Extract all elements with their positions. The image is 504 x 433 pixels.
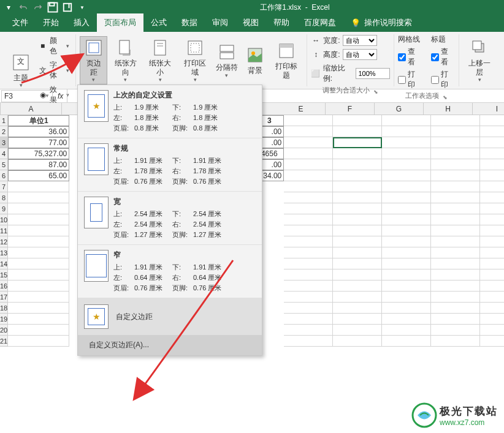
- cell[interactable]: [382, 325, 431, 336]
- cell[interactable]: [431, 281, 480, 292]
- margins-option-narrow[interactable]: 窄 上:1.91 厘米 下:1.91 厘米 左:0.64 厘米 右:0.64 厘…: [78, 245, 262, 298]
- row-header[interactable]: 7: [0, 181, 7, 192]
- cell[interactable]: [431, 314, 480, 325]
- cell[interactable]: [333, 115, 382, 126]
- cell[interactable]: [284, 148, 333, 159]
- cell[interactable]: [382, 214, 431, 225]
- cell[interactable]: [333, 269, 382, 281]
- cell[interactable]: [284, 214, 333, 225]
- row-header[interactable]: 11: [0, 225, 7, 236]
- cell[interactable]: [284, 225, 333, 236]
- tab-view[interactable]: 视图: [235, 13, 266, 32]
- cell[interactable]: [382, 126, 431, 137]
- cell[interactable]: [284, 181, 333, 192]
- cell[interactable]: [480, 170, 504, 181]
- margins-custom-link[interactable]: 自定义页边距(A)...: [78, 335, 262, 355]
- cell[interactable]: [333, 247, 382, 258]
- cell[interactable]: 单位1: [8, 115, 69, 126]
- scale-input[interactable]: [356, 68, 390, 79]
- cell[interactable]: [431, 115, 480, 126]
- cell[interactable]: [333, 126, 382, 137]
- gridlines-print-checkbox[interactable]: 打印: [398, 69, 422, 90]
- cell[interactable]: [284, 203, 333, 214]
- cell[interactable]: [333, 137, 382, 148]
- cell[interactable]: [382, 225, 431, 236]
- cell[interactable]: 75,327.00: [8, 148, 69, 159]
- tab-insert[interactable]: 插入: [66, 13, 97, 32]
- headings-print-checkbox[interactable]: 打印: [431, 69, 455, 90]
- cell[interactable]: [284, 170, 333, 181]
- row-header[interactable]: 17: [0, 292, 7, 303]
- cell[interactable]: [431, 148, 480, 159]
- colors-button[interactable]: ■ 颜色▾: [36, 34, 72, 58]
- cell[interactable]: [8, 247, 69, 258]
- cell[interactable]: [8, 236, 69, 247]
- tab-home[interactable]: 开始: [36, 13, 66, 32]
- cell[interactable]: [480, 159, 504, 170]
- cell[interactable]: [284, 115, 333, 126]
- row-header[interactable]: 6: [0, 170, 7, 181]
- cell[interactable]: [382, 137, 431, 148]
- undo-button[interactable]: [17, 1, 29, 13]
- fx-button[interactable]: fx: [54, 92, 67, 100]
- size-button[interactable]: 纸张大小 ▾: [143, 37, 177, 84]
- cell[interactable]: [284, 336, 333, 347]
- row-header[interactable]: 9: [0, 203, 7, 214]
- cell[interactable]: [333, 303, 382, 314]
- cell[interactable]: [431, 137, 480, 148]
- cell[interactable]: [382, 148, 431, 159]
- row-header[interactable]: 21: [0, 336, 7, 347]
- cell[interactable]: [382, 303, 431, 314]
- cell[interactable]: [480, 336, 504, 347]
- col-header-i[interactable]: I: [473, 103, 504, 115]
- cell[interactable]: [8, 314, 69, 325]
- cell[interactable]: [382, 181, 431, 192]
- cell[interactable]: [284, 236, 333, 247]
- cell[interactable]: [382, 314, 431, 325]
- orientation-button[interactable]: 纸张方向 ▾: [109, 37, 142, 84]
- cell[interactable]: [333, 148, 382, 159]
- cell[interactable]: [431, 214, 480, 225]
- col-header-h[interactable]: H: [424, 103, 473, 115]
- cell[interactable]: [8, 303, 69, 314]
- redo-button[interactable]: [32, 1, 44, 13]
- cell[interactable]: [431, 303, 480, 314]
- save-button[interactable]: [47, 1, 59, 13]
- row-header[interactable]: 2: [0, 126, 7, 137]
- cell[interactable]: [480, 214, 504, 225]
- cell[interactable]: [333, 325, 382, 336]
- printtitles-button[interactable]: 打印标题: [270, 40, 304, 81]
- qat-customize-arrow[interactable]: ▼: [76, 1, 88, 13]
- cell[interactable]: [284, 325, 333, 336]
- cell[interactable]: [431, 269, 480, 281]
- cell[interactable]: [333, 225, 382, 236]
- headings-view-checkbox[interactable]: 查看: [431, 47, 455, 67]
- cell[interactable]: [284, 314, 333, 325]
- cell[interactable]: [480, 137, 504, 148]
- cell[interactable]: [284, 303, 333, 314]
- cell[interactable]: [333, 281, 382, 292]
- row-header[interactable]: 18: [0, 303, 7, 314]
- cell[interactable]: [480, 181, 504, 192]
- row-header[interactable]: 19: [0, 314, 7, 325]
- row-header[interactable]: 15: [0, 269, 7, 281]
- cell[interactable]: [333, 236, 382, 247]
- cell[interactable]: [431, 236, 480, 247]
- cell[interactable]: [8, 214, 69, 225]
- cell[interactable]: [480, 281, 504, 292]
- cell[interactable]: [284, 137, 333, 148]
- cell[interactable]: [431, 258, 480, 269]
- tab-review[interactable]: 审阅: [205, 13, 235, 32]
- cell[interactable]: [480, 192, 504, 203]
- cell[interactable]: [480, 314, 504, 325]
- fonts-button[interactable]: 文 字体▾: [36, 59, 72, 82]
- cell[interactable]: [333, 159, 382, 170]
- cell[interactable]: [431, 181, 480, 192]
- themes-button[interactable]: 文 主题 ▾: [7, 51, 34, 89]
- cell[interactable]: [8, 292, 69, 303]
- cell[interactable]: [8, 336, 69, 347]
- cell[interactable]: [284, 258, 333, 269]
- cell[interactable]: [382, 115, 431, 126]
- tab-formulas[interactable]: 公式: [143, 13, 174, 32]
- cell[interactable]: [284, 126, 333, 137]
